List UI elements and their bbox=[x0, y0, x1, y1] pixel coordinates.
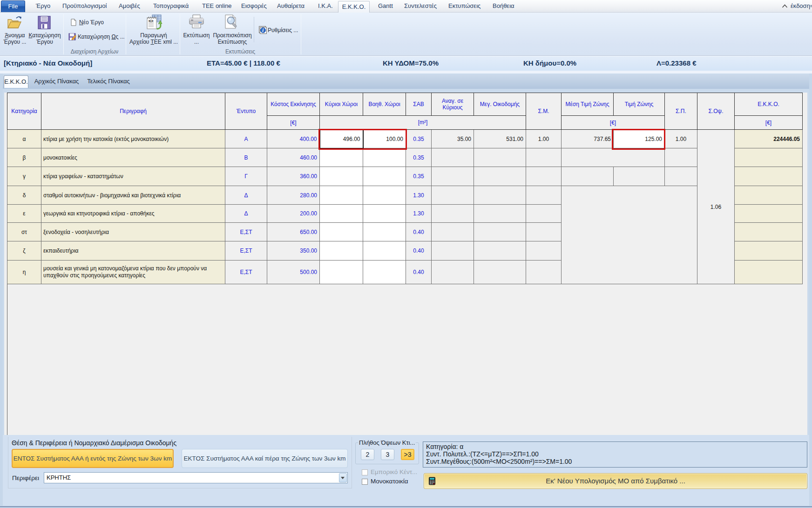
svg-text:i: i bbox=[262, 28, 264, 33]
svg-text:<>: <> bbox=[149, 19, 154, 23]
